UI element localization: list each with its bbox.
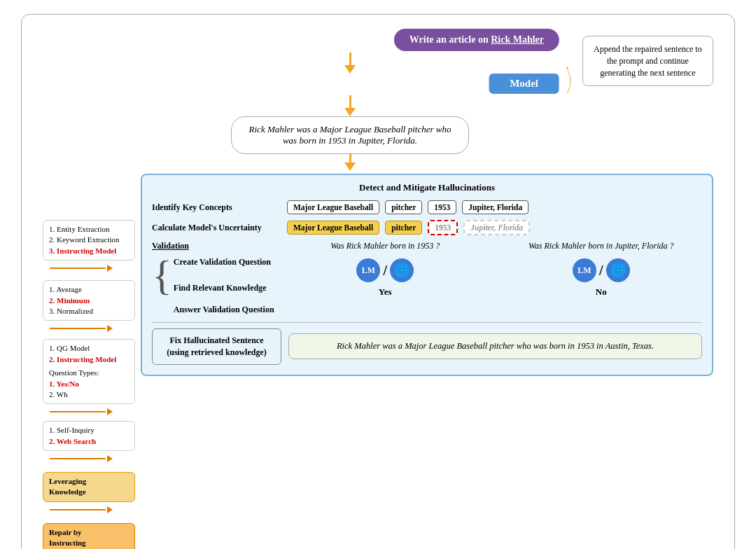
- brace-icon: {: [152, 254, 172, 296]
- slash-1: /: [383, 263, 387, 279]
- sentence-output: Rick Mahler was a Major League Baseball …: [231, 116, 469, 154]
- sidebar-item-6: Repair by Instructing the Model: [43, 523, 135, 549]
- sentence-text: Rick Mahler was a Major League Baseball …: [249, 124, 451, 146]
- web-circle-2: 🌐: [606, 258, 630, 282]
- tag-1953-2: 1953: [428, 220, 458, 235]
- tag-mlb-2: Major League Baseball: [287, 221, 379, 235]
- arrow-down-1: [344, 53, 356, 74]
- find-label: Find Relevant Knowledge: [174, 283, 274, 293]
- answer-2: No: [500, 286, 703, 298]
- sidebar-arrow-1: [43, 265, 135, 272]
- sidebar-line-2-1: 1. Average: [49, 284, 129, 295]
- sidebar-line-2-2: 2. Minimum: [49, 296, 129, 306]
- append-note: Append the repaired sentence to the prom…: [582, 36, 713, 86]
- top-center: Write an article on Rick Mahler Model: [141, 29, 559, 171]
- sidebar-line-6-2: Instructing: [49, 538, 129, 548]
- detect-title: Detect and Mitigate Hallucinations: [152, 182, 702, 193]
- sidebar-line-5-1: Leveraging: [49, 476, 129, 487]
- tag-jupiter-1: Jupiter, Florida: [462, 200, 528, 214]
- tag-pitcher-2: pitcher: [385, 221, 422, 235]
- sidebar-arrow-2: [43, 325, 135, 332]
- tag-mlb-1: Major League Baseball: [287, 200, 379, 214]
- answer-1: Yes: [284, 286, 486, 298]
- sidebar-line-6-1: Repair by: [49, 527, 129, 538]
- sidebar-line-5-2: Knowledge: [49, 487, 129, 497]
- sidebar-item-4: 1. Self-Inquiry 2. Web Search: [43, 421, 135, 451]
- arrow-down-2: [344, 95, 356, 116]
- prompt-underline: Rick Mahler: [491, 34, 544, 45]
- main-content: 1. Entity Extraction 2. Keyword Extracti…: [43, 171, 713, 549]
- tag-jupiter-2: Jupiter, Florida: [463, 220, 530, 235]
- top-right: Append the repaired sentence to the prom…: [559, 29, 713, 120]
- prompt-text: Write an article on: [410, 34, 491, 45]
- question-1-text: Was Rick Mahler born in 1953 ?: [284, 241, 486, 251]
- sidebar-line-3-q2: 2. Wh: [49, 389, 129, 400]
- sidebar-item-5: Leveraging Knowledge: [43, 472, 135, 502]
- validation-labels: Validation { Create Validation Question …: [152, 241, 281, 315]
- sidebar-item-2: 1. Average 2. Minimum 3. Normalized: [43, 280, 135, 321]
- fix-label: Fix Hallucinated Sentence(using retrieve…: [152, 328, 281, 365]
- validation-section: Validation { Create Validation Question …: [152, 241, 702, 315]
- sidebar-line-3-q1: 1. Yes/No: [49, 379, 129, 389]
- sidebar-line-3-2: 2. Instructing Model: [49, 354, 129, 365]
- sidebar: 1. Entity Extraction 2. Keyword Extracti…: [43, 171, 141, 549]
- detect-box: Detect and Mitigate Hallucinations Ident…: [141, 174, 713, 376]
- question-columns: Was Rick Mahler born in 1953 ? LM / 🌐 Ye…: [284, 241, 702, 298]
- top-section: Write an article on Rick Mahler Model: [43, 29, 713, 171]
- sidebar-line-4-1: 1. Self-Inquiry: [49, 425, 129, 436]
- identify-row: Identify Key Concepts Major League Baseb…: [152, 200, 702, 214]
- sidebar-arrow-3: [43, 408, 135, 415]
- question-2-col: Was Rick Mahler born in Jupiter, Florida…: [500, 241, 703, 298]
- uncertainty-label: Calculate Model's Uncertainty: [152, 223, 281, 233]
- uncertainty-row: Calculate Model's Uncertainty Major Leag…: [152, 220, 702, 235]
- slash-2: /: [599, 263, 603, 279]
- tag-1953-1: 1953: [428, 200, 456, 214]
- lm-circle-2: LM: [573, 258, 596, 282]
- sidebar-line-1-3: 3. Instructing Model: [49, 246, 129, 256]
- sidebar-item-1: 1. Entity Extraction 2. Keyword Extracti…: [43, 220, 135, 260]
- lm-web-2: LM / 🌐: [500, 258, 703, 282]
- figure-container: Write an article on Rick Mahler Model: [21, 14, 735, 549]
- model-label: Model: [510, 78, 538, 89]
- identify-label: Identify Key Concepts: [152, 202, 281, 213]
- prompt-box: Write an article on Rick Mahler: [394, 29, 559, 51]
- sidebar-line-4-2: 2. Web Search: [49, 436, 129, 447]
- sidebar-line-3-qt: Question Types:: [49, 368, 129, 378]
- append-note-text: Append the repaired sentence to the prom…: [594, 44, 702, 78]
- model-box: Model: [489, 74, 559, 94]
- tag-pitcher-1: pitcher: [385, 200, 422, 214]
- svg-marker-0: [566, 67, 568, 69]
- question-1-col: Was Rick Mahler born in 1953 ? LM / 🌐 Ye…: [284, 241, 486, 298]
- validation-title: Validation: [152, 241, 281, 251]
- lm-web-1: LM / 🌐: [284, 258, 486, 282]
- sidebar-item-3: 1. QG Model 2. Instructing Model Questio…: [43, 339, 135, 404]
- sidebar-line-1-2: 2. Keyword Extraction: [49, 235, 129, 245]
- sidebar-arrow-4: [43, 455, 135, 462]
- sidebar-line-3-1: 1. QG Model: [49, 343, 129, 354]
- fix-row: Fix Hallucinated Sentence(using retrieve…: [152, 322, 702, 365]
- curved-arrow-svg: [559, 43, 575, 120]
- lm-circle-1: LM: [356, 258, 380, 282]
- sidebar-line-1-1: 1. Entity Extraction: [49, 224, 129, 235]
- val-label-stack: Create Validation Question Find Relevant…: [174, 254, 274, 315]
- answer-label: Answer Validation Question: [174, 305, 274, 315]
- arrow-down-3: [344, 154, 356, 171]
- sidebar-arrow-5: [43, 506, 135, 513]
- question-2-text: Was Rick Mahler born in Jupiter, Florida…: [500, 241, 703, 251]
- sidebar-line-2-3: 3. Normalized: [49, 306, 129, 317]
- web-circle-1: 🌐: [390, 258, 414, 282]
- fix-sentence: Rick Mahler was a Major League Baseball …: [288, 333, 702, 359]
- create-q-label: Create Validation Question: [174, 257, 274, 267]
